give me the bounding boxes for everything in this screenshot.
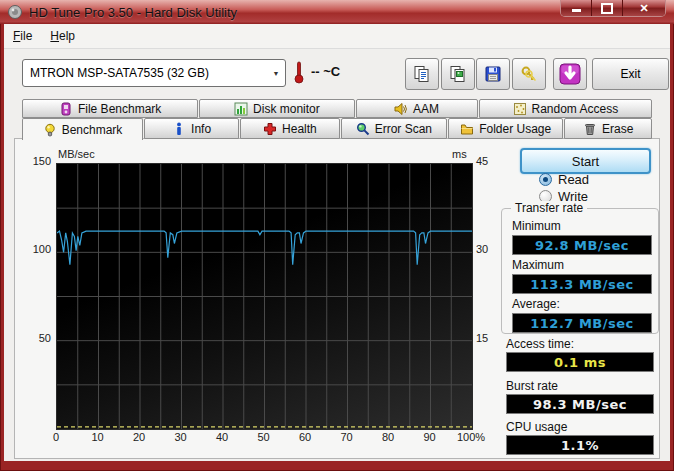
copy-image-icon — [449, 65, 467, 83]
burst-rate-value: 98.3 MB/sec — [506, 394, 652, 414]
start-button[interactable]: Start — [520, 148, 651, 174]
save-button[interactable] — [476, 58, 510, 90]
disk-monitor-icon — [234, 102, 248, 116]
maximum-value: 113.3 MB/sec — [512, 274, 652, 294]
window-title: HD Tune Pro 3.50 - Hard Disk Utility — [29, 5, 237, 20]
cpu-usage-label: CPU usage — [506, 420, 567, 434]
burst-rate-label: Burst rate — [506, 379, 558, 393]
window-controls: ✕ — [560, 0, 666, 17]
radio-selected-icon — [539, 173, 552, 186]
options-button[interactable] — [512, 58, 546, 90]
keys-icon — [520, 65, 538, 83]
random-access-icon — [513, 102, 527, 116]
folder-icon — [460, 122, 474, 136]
minimize-button[interactable] — [561, 0, 592, 16]
trash-icon — [583, 122, 597, 136]
titlebar[interactable]: HD Tune Pro 3.50 - Hard Disk Utility ✕ — [0, 0, 674, 24]
close-icon: ✕ — [639, 3, 648, 14]
exit-button[interactable]: Exit — [592, 58, 669, 90]
tab-random-access[interactable]: Random Access — [479, 99, 652, 118]
tab-disk-monitor[interactable]: Disk monitor — [199, 99, 354, 118]
lightbulb-icon — [43, 123, 57, 137]
tab-erase[interactable]: Erase — [564, 118, 652, 139]
benchmark-chart — [56, 163, 473, 430]
secondary-tab-row: File Benchmark Disk monitor AAM Random A… — [22, 99, 652, 118]
tab-file-benchmark[interactable]: File Benchmark — [22, 99, 198, 118]
primary-tab-row: Benchmark Info Health Error Scan Folder … — [22, 118, 652, 139]
read-radio[interactable]: Read — [539, 172, 589, 187]
maximize-button[interactable] — [592, 0, 623, 16]
transfer-rate-group-label: Transfer rate — [511, 201, 587, 215]
drive-select-value: MTRON MSP-SATA7535 (32 GB) — [23, 66, 267, 80]
thermometer-icon — [293, 60, 305, 84]
transfer-rate-group: Transfer rate Minimum 92.8 MB/sec Maximu… — [501, 208, 659, 334]
close-button[interactable]: ✕ — [623, 0, 665, 16]
download-update-button[interactable] — [553, 58, 587, 90]
health-cross-icon — [263, 122, 277, 136]
menu-bar: File Help — [4, 24, 670, 49]
menu-help[interactable]: Help — [41, 26, 84, 46]
tab-error-scan[interactable]: Error Scan — [341, 118, 447, 139]
app-logo-icon — [7, 4, 23, 20]
tab-benchmark[interactable]: Benchmark — [22, 118, 143, 140]
magnifier-icon — [356, 122, 370, 136]
transfer-rate-graph — [57, 164, 472, 429]
maximum-label: Maximum — [512, 258, 658, 272]
tab-health[interactable]: Health — [240, 118, 340, 139]
file-benchmark-icon — [59, 102, 73, 116]
minimum-value: 92.8 MB/sec — [512, 235, 652, 255]
minimize-icon — [572, 9, 581, 12]
benchmark-panel: MB/sec ms 15010050 453015 01020304050607… — [14, 138, 660, 459]
drive-select-dropdown[interactable]: MTRON MSP-SATA7535 (32 GB) ▼ — [22, 59, 286, 87]
copy-text-button[interactable] — [405, 58, 439, 90]
hd-tune-window: HD Tune Pro 3.50 - Hard Disk Utility ✕ F… — [0, 0, 674, 471]
chevron-down-icon: ▼ — [267, 70, 285, 77]
tab-info[interactable]: Info — [144, 118, 239, 139]
y-right-axis-unit: ms — [452, 148, 467, 160]
download-arrow-icon — [559, 63, 581, 85]
floppy-save-icon — [484, 65, 502, 83]
y-left-axis-unit: MB/sec — [58, 148, 95, 160]
average-value: 112.7 MB/sec — [512, 313, 652, 333]
temperature-readout: -- ~C — [311, 64, 340, 79]
cpu-usage-value: 1.1% — [506, 435, 652, 455]
copy-image-button[interactable] — [441, 58, 475, 90]
access-time-label: Access time: — [506, 337, 574, 351]
menu-file[interactable]: File — [4, 26, 41, 46]
tab-folder-usage[interactable]: Folder Usage — [448, 118, 563, 139]
minimum-label: Minimum — [512, 219, 658, 233]
info-icon — [172, 122, 186, 136]
speaker-icon — [394, 102, 408, 116]
tab-aam[interactable]: AAM — [356, 99, 478, 118]
average-label: Average: — [512, 297, 658, 311]
maximize-icon — [601, 3, 613, 14]
copy-icon — [413, 65, 431, 83]
access-time-value: 0.1 ms — [506, 352, 652, 372]
